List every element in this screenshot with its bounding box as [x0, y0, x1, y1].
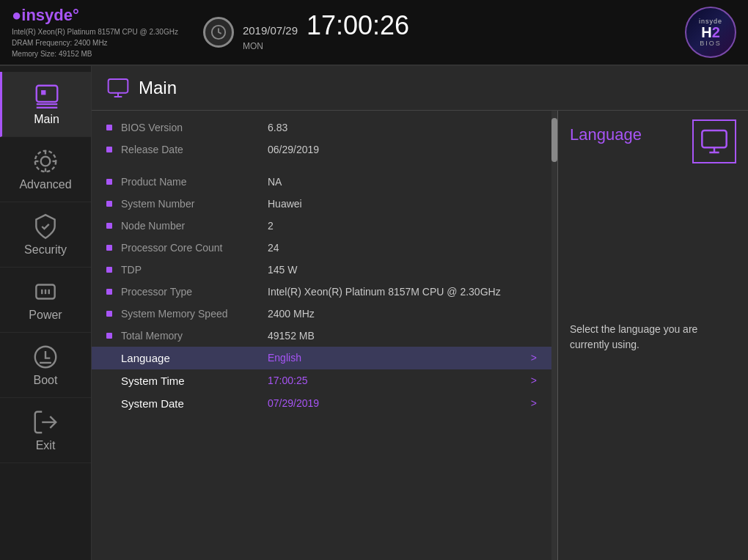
row-value: NA [268, 176, 537, 188]
row-value: 2 [268, 220, 537, 232]
sidebar-item-security[interactable]: Security [0, 202, 91, 268]
table-row: TDP145 W [92, 259, 551, 281]
svg-rect-2 [41, 90, 45, 95]
table-row: System NumberHuawei [92, 193, 551, 215]
sidebar-label-boot: Boot [34, 374, 58, 387]
row-value: 145 W [268, 264, 537, 276]
power-icon [32, 278, 59, 306]
boot-icon [32, 343, 59, 371]
table-row [92, 161, 551, 171]
right-panel-monitor-icon [700, 127, 729, 156]
sidebar-item-exit[interactable]: Exit [0, 398, 91, 463]
row-value: 24 [268, 242, 537, 254]
row-label: Release Date [121, 144, 268, 155]
table-row: Processor Core Count24 [92, 237, 551, 259]
row-value: Huawei [268, 198, 537, 210]
logo-text: ●insyde° [12, 6, 178, 25]
table-row: BIOS Version6.83 [92, 117, 551, 139]
security-icon [32, 213, 59, 240]
right-panel-icon [692, 119, 736, 163]
date-display: 2019/07/29 [243, 24, 298, 37]
row-bullet [106, 355, 112, 361]
row-bullet [106, 223, 112, 229]
row-value: 17:00:25 [268, 375, 531, 386]
row-bullet [106, 179, 112, 185]
table-row: Processor TypeIntel(R) Xeon(R) Platinum … [92, 281, 551, 303]
row-label: Language [121, 352, 268, 364]
row-label: BIOS Version [121, 122, 268, 133]
cpu-line1: Intel(R) Xeon(R) Platinum 8157M CPU @ 2.… [12, 26, 178, 37]
row-label: Processor Core Count [121, 242, 268, 254]
right-panel-desc: Select the language you are currently us… [570, 322, 736, 353]
row-value: 06/29/2019 [268, 144, 537, 155]
main-body: BIOS Version6.83Release Date06/29/2019Pr… [92, 111, 748, 560]
row-value: Intel(R) Xeon(R) Platinum 8157M CPU @ 2.… [268, 286, 537, 298]
scroll-indicator [551, 111, 557, 560]
row-value: 49152 MB [268, 330, 537, 342]
svg-rect-18 [109, 79, 128, 93]
sidebar-label-security: Security [24, 243, 67, 257]
table-row[interactable]: System Time17:00:25> [92, 369, 551, 392]
date-time-area: 2019/07/29 17:00:26 MON [243, 13, 409, 51]
row-bullet [106, 400, 112, 406]
table-row: Node Number2 [92, 215, 551, 237]
row-label: System Date [121, 397, 268, 410]
row-label: TDP [121, 264, 268, 276]
logo-area: ●insyde° Intel(R) Xeon(R) Platinum 8157M… [12, 6, 178, 59]
row-value: English [268, 352, 531, 364]
svg-point-5 [41, 157, 51, 166]
row-label: System Number [121, 198, 268, 210]
cpu-line3: Memory Size: 49152 MB [12, 48, 178, 59]
data-table: BIOS Version6.83Release Date06/29/2019Pr… [92, 111, 551, 560]
cpu-line2: DRAM Frequency: 2400 MHz [12, 37, 178, 48]
svg-rect-1 [36, 86, 57, 102]
row-label: Node Number [121, 220, 268, 232]
logo-accent: ° [73, 6, 79, 24]
row-arrow-icon: > [531, 397, 537, 409]
row-bullet [106, 125, 112, 130]
row-label: System Memory Speed [121, 308, 268, 320]
row-label: Processor Type [121, 286, 268, 298]
right-panel-title: Language [570, 125, 642, 144]
table-row: Release Date06/29/2019 [92, 139, 551, 161]
sidebar-item-main[interactable]: Main [0, 72, 91, 137]
clock-svg-icon [210, 24, 227, 40]
sidebar-item-advanced[interactable]: Advanced [0, 137, 91, 202]
table-row: System Memory Speed2400 MHz [92, 303, 551, 325]
svg-rect-21 [702, 130, 726, 147]
sidebar-item-power[interactable]: Power [0, 268, 91, 333]
sidebar-label-exit: Exit [36, 439, 56, 452]
table-row: Total Memory49152 MB [92, 325, 551, 347]
row-bullet [106, 333, 112, 339]
day-display: MON [243, 41, 409, 51]
table-row[interactable]: LanguageEnglish> [92, 347, 551, 369]
scroll-thumb [551, 118, 557, 162]
row-label: Total Memory [121, 330, 268, 342]
sidebar-item-boot[interactable]: Boot [0, 333, 91, 398]
row-bullet [106, 147, 112, 152]
advanced-icon [32, 147, 59, 175]
header: ●insyde° Intel(R) Xeon(R) Platinum 8157M… [0, 0, 748, 66]
sidebar-label-power: Power [29, 309, 62, 322]
row-bullet [106, 245, 112, 251]
content-area: Main BIOS Version6.83Release Date06/29/2… [92, 66, 748, 560]
row-bullet [106, 267, 112, 273]
sidebar-label-advanced: Advanced [19, 178, 71, 191]
sidebar: Main Advanced Security [0, 66, 92, 560]
insyde-h2-logo: insyde H2 BIOS [685, 7, 736, 58]
row-arrow-icon: > [531, 375, 537, 386]
row-label: System Time [121, 375, 268, 387]
logo-brand-text: insyde [21, 6, 73, 24]
clock-area: 2019/07/29 17:00:26 MON [203, 13, 409, 51]
table-row[interactable]: System Date07/29/2019> [92, 392, 551, 415]
sidebar-label-main: Main [34, 113, 59, 126]
clock-icon [203, 17, 234, 48]
time-display: 17:00:26 [307, 10, 409, 41]
row-value: 07/29/2019 [268, 397, 531, 409]
row-arrow-icon: > [531, 352, 537, 364]
main-layout: Main Advanced Security [0, 66, 748, 560]
row-value: 2400 MHz [268, 308, 537, 320]
right-panel: Language Select the language you are cur… [557, 111, 748, 560]
main-icon [33, 82, 61, 110]
page-title: Main [139, 78, 177, 98]
